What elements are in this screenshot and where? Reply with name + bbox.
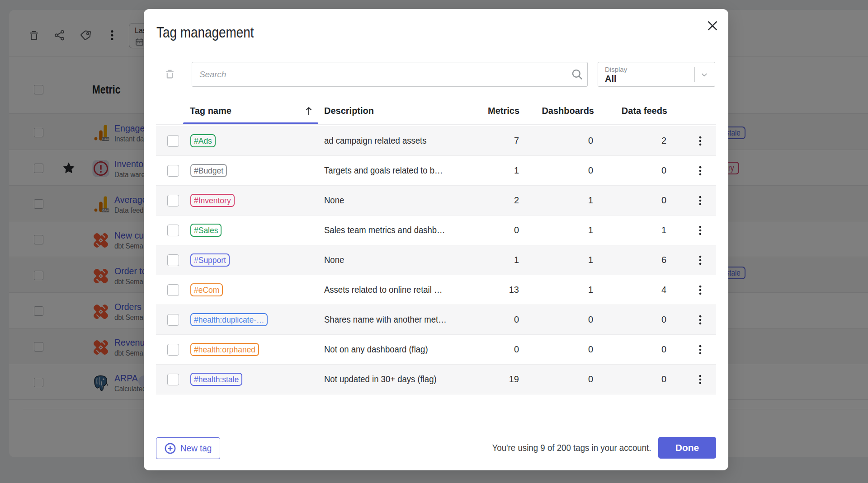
modal-footer: New tag You're using 9 of 200 tags in yo… bbox=[144, 422, 728, 470]
column-tag-name[interactable]: Tag name bbox=[190, 106, 231, 116]
tag-metrics-count: 0 bbox=[492, 314, 519, 325]
tag-pill: #health:stale bbox=[190, 373, 242, 386]
tag-row-menu-button[interactable] bbox=[692, 133, 708, 149]
tag-metrics-count: 7 bbox=[492, 136, 519, 146]
tag-metrics-count: 13 bbox=[492, 285, 519, 295]
tag-usage-text: You're using 9 of 200 tags in your accou… bbox=[472, 442, 651, 453]
tag-row-menu-button[interactable] bbox=[692, 222, 708, 239]
tag-row-checkbox[interactable] bbox=[167, 195, 179, 206]
tag-table-header: Tag name Description Metrics Dashboards … bbox=[144, 105, 728, 124]
display-select-divider bbox=[694, 67, 695, 82]
tag-pill: #Ads bbox=[190, 134, 216, 147]
tag-metrics-count: 19 bbox=[492, 374, 519, 385]
tag-row-checkbox[interactable] bbox=[167, 284, 179, 296]
tag-pill-label: #health:duplicate-… bbox=[194, 315, 264, 325]
tag-table-row: #health:duplicate-… Shares name with ano… bbox=[156, 305, 716, 335]
tag-pill: #eCom bbox=[190, 283, 223, 296]
tag-metrics-count: 0 bbox=[492, 225, 519, 235]
tag-metrics-count: 1 bbox=[492, 165, 519, 176]
done-button[interactable]: Done bbox=[658, 437, 716, 459]
tag-datafeeds-count: 1 bbox=[639, 225, 666, 235]
tag-datafeeds-count: 0 bbox=[639, 195, 666, 206]
tag-datafeeds-count: 2 bbox=[639, 136, 666, 146]
tag-table-row: #health:orphaned Not on any dashboard (f… bbox=[156, 335, 716, 365]
tag-datafeeds-count: 0 bbox=[639, 314, 666, 325]
tag-pill: #Sales bbox=[190, 224, 222, 237]
tag-metrics-count: 1 bbox=[492, 255, 519, 265]
tag-management-modal: Tag management Display All Tag name Desc… bbox=[144, 9, 728, 470]
column-data-feeds[interactable]: Data feeds bbox=[622, 106, 667, 116]
tag-table-row: #eCom Assets related to online retail … … bbox=[156, 275, 716, 305]
tag-metrics-count: 2 bbox=[492, 195, 519, 206]
tag-row-checkbox[interactable] bbox=[167, 254, 179, 266]
modal-title: Tag management bbox=[156, 23, 275, 42]
search-icon bbox=[571, 68, 583, 80]
delete-tags-icon[interactable] bbox=[164, 68, 175, 80]
tag-dashboards-count: 0 bbox=[566, 374, 593, 385]
tag-datafeeds-count: 0 bbox=[639, 165, 666, 176]
tag-dashboards-count: 1 bbox=[566, 195, 593, 206]
tag-table-row: #Ads ad campaign related assets 7 0 2 bbox=[156, 126, 716, 156]
plus-circle-icon bbox=[164, 442, 176, 455]
tag-description: None bbox=[324, 255, 346, 265]
tag-table-row: #health:stale Not updated in 30+ days (f… bbox=[156, 365, 716, 394]
tag-row-checkbox[interactable] bbox=[167, 344, 179, 356]
tag-metrics-count: 0 bbox=[492, 344, 519, 355]
tag-table-row: #Inventory None 2 1 0 bbox=[156, 186, 716, 216]
tag-dashboards-count: 0 bbox=[566, 314, 593, 325]
new-tag-button[interactable]: New tag bbox=[156, 437, 220, 459]
tag-table-row: #Budget Targets and goals related to b… … bbox=[156, 156, 716, 186]
column-dashboards[interactable]: Dashboards bbox=[542, 106, 594, 116]
tag-row-checkbox[interactable] bbox=[167, 374, 179, 385]
tag-row-menu-button[interactable] bbox=[692, 163, 708, 179]
tag-pill: #Support bbox=[190, 253, 230, 267]
close-icon[interactable] bbox=[706, 19, 719, 33]
tag-description: Sales team metrics and dashb… bbox=[324, 225, 455, 235]
tag-row-menu-button[interactable] bbox=[692, 342, 708, 358]
tag-pill-label: #Budget bbox=[194, 166, 223, 176]
tag-pill-label: #Inventory bbox=[194, 196, 231, 206]
tag-dashboards-count: 1 bbox=[566, 225, 593, 235]
column-metrics[interactable]: Metrics bbox=[488, 106, 519, 116]
tag-datafeeds-count: 0 bbox=[639, 374, 666, 385]
display-select[interactable]: Display All bbox=[598, 62, 715, 87]
sort-ascending-icon[interactable] bbox=[305, 107, 312, 116]
tag-description: Targets and goals related to b… bbox=[324, 165, 453, 176]
tag-description: Not on any dashboard (flag) bbox=[324, 344, 436, 355]
tag-description: ad campaign related assets bbox=[324, 136, 435, 146]
tag-pill: #Inventory bbox=[190, 194, 235, 207]
tag-pill: #health:duplicate-… bbox=[190, 313, 268, 326]
tag-datafeeds-count: 6 bbox=[639, 255, 666, 265]
tag-row-menu-button[interactable] bbox=[692, 371, 708, 388]
tag-row-menu-button[interactable] bbox=[692, 282, 708, 298]
tag-description: Not updated in 30+ days (flag) bbox=[324, 374, 446, 385]
tag-description: Shares name with another met… bbox=[324, 314, 456, 325]
tag-dashboards-count: 1 bbox=[566, 255, 593, 265]
column-description[interactable]: Description bbox=[324, 106, 374, 116]
sort-active-underline bbox=[183, 122, 318, 124]
display-select-label: Display bbox=[605, 66, 627, 73]
search-input[interactable] bbox=[192, 62, 588, 87]
display-select-value: All bbox=[605, 74, 617, 84]
tag-description: None bbox=[324, 195, 346, 206]
tag-dashboards-count: 0 bbox=[566, 165, 593, 176]
chevron-down-icon bbox=[699, 71, 709, 79]
tag-row-checkbox[interactable] bbox=[167, 135, 179, 147]
tag-pill: #Budget bbox=[190, 164, 227, 177]
tag-pill-label: #Ads bbox=[194, 136, 212, 146]
tag-row-menu-button[interactable] bbox=[692, 192, 708, 209]
tag-row-checkbox[interactable] bbox=[167, 165, 179, 177]
tag-row-menu-button[interactable] bbox=[692, 252, 708, 268]
tag-pill-label: #health:orphaned bbox=[194, 345, 255, 355]
tag-dashboards-count: 0 bbox=[566, 344, 593, 355]
tag-dashboards-count: 0 bbox=[566, 136, 593, 146]
tag-row-checkbox[interactable] bbox=[167, 225, 179, 236]
new-tag-label: New tag bbox=[180, 443, 215, 454]
tag-pill-label: #health:stale bbox=[194, 375, 239, 385]
tag-pill-label: #eCom bbox=[194, 285, 219, 295]
tag-row-checkbox[interactable] bbox=[167, 314, 179, 326]
tag-pill: #health:orphaned bbox=[190, 343, 259, 356]
tag-pill-label: #Support bbox=[194, 255, 226, 265]
tag-row-menu-button[interactable] bbox=[692, 312, 708, 328]
tag-datafeeds-count: 0 bbox=[639, 344, 666, 355]
